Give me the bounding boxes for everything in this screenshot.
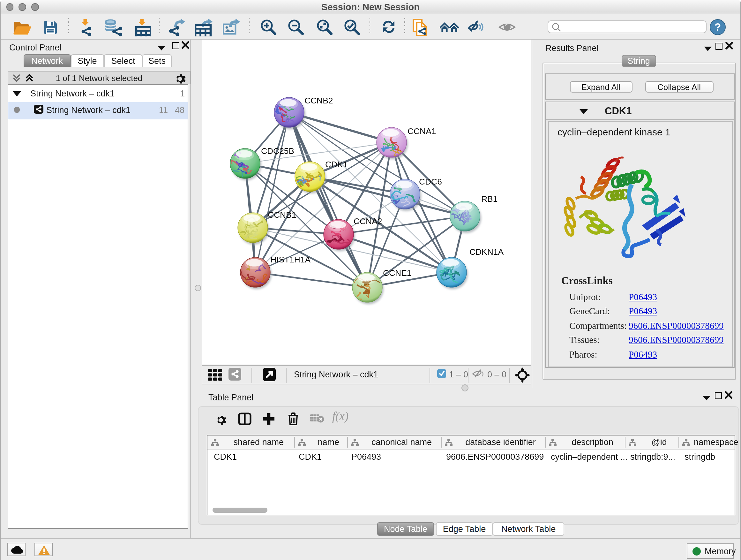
svg-text:?: ?: [715, 21, 721, 33]
